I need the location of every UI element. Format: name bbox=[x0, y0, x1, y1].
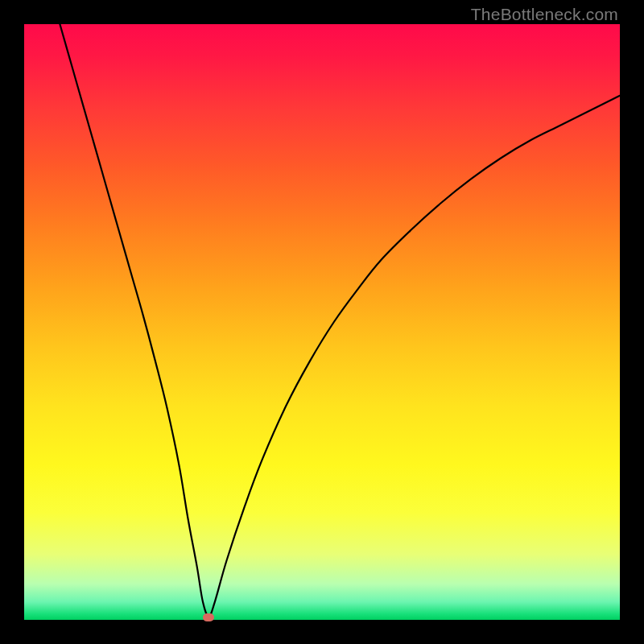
bottleneck-curve bbox=[60, 24, 620, 617]
curve-svg bbox=[24, 24, 620, 620]
watermark-text: TheBottleneck.com bbox=[471, 5, 618, 24]
minimum-marker bbox=[203, 613, 214, 621]
chart-frame: TheBottleneck.com bbox=[0, 0, 644, 644]
plot-area bbox=[24, 24, 620, 620]
